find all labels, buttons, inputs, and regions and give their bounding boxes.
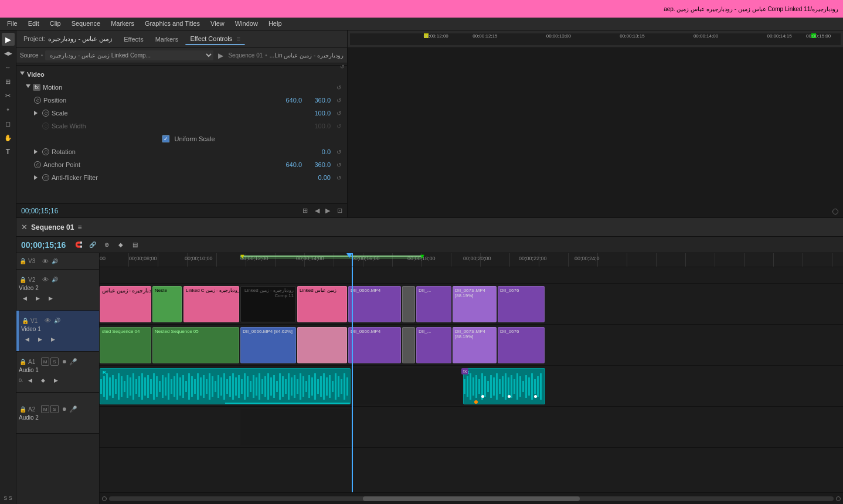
v1-lock-btn[interactable]: 🔒 xyxy=(21,316,29,325)
v2-audio-btn[interactable]: 🔊 xyxy=(50,275,59,284)
v1-clip-gray2[interactable] xyxy=(402,327,415,363)
motion-collapse-icon[interactable] xyxy=(26,84,30,90)
a1-solo-btn[interactable]: S xyxy=(50,357,59,366)
v2-clip-aep[interactable]: رودبارجیره - زمین عباس.aep xyxy=(100,286,151,322)
a1-chevron-right[interactable]: ▶ xyxy=(50,374,62,386)
antiflicker-stopwatch-icon[interactable]: ⏱ xyxy=(42,174,49,181)
v2-chevron-right[interactable]: ▶ xyxy=(45,292,56,304)
tab-markers[interactable]: Markers xyxy=(151,34,183,45)
v2-clip-black[interactable]: رودبارجیره - زمین Linked Comp 11 xyxy=(240,286,296,322)
rotation-reset-btn[interactable]: ↺ xyxy=(334,147,344,156)
a1-chevron-left[interactable]: ◀ xyxy=(25,374,36,386)
antiflicker-expand-icon[interactable] xyxy=(34,175,38,180)
a1-clip-main[interactable]: R xyxy=(100,368,351,404)
rotation-value[interactable]: 0.0 xyxy=(304,148,331,155)
position-y-value[interactable]: 360.0 xyxy=(304,97,331,104)
v1-chevron-right[interactable]: ▶ xyxy=(47,333,59,345)
tl-tool-add-edit[interactable]: ⊕ xyxy=(101,239,113,251)
scale-reset-btn[interactable]: ↺ xyxy=(334,108,344,118)
v2-clip-dji2[interactable]: DII_... xyxy=(416,286,451,322)
v3-audio-btn[interactable]: 🔊 xyxy=(50,257,59,265)
v1-clip-dji8[interactable]: DII_0676 xyxy=(498,327,545,363)
v1-clip-dji7[interactable]: DII_067S.MP4 [88.19%] xyxy=(453,327,497,363)
v1-play-btn[interactable]: ▶ xyxy=(34,333,46,345)
v3-lock-btn[interactable]: 🔒 xyxy=(19,257,27,265)
reset-all[interactable]: ↺ xyxy=(340,64,345,70)
position-reset-btn[interactable]: ↺ xyxy=(334,96,344,105)
a2-record-btn[interactable]: ⏺ xyxy=(60,405,68,413)
rotation-stopwatch-icon[interactable]: ⏱ xyxy=(42,148,49,155)
tl-tool-link[interactable]: 🔗 xyxy=(87,239,98,251)
ec-expand-btn[interactable]: ⊡ xyxy=(337,207,342,214)
anchor-stopwatch-icon[interactable]: ⏱ xyxy=(34,161,41,168)
tool-pen[interactable]: ◻ xyxy=(2,117,15,130)
anchor-y-value[interactable]: 360.0 xyxy=(304,161,331,168)
close-sequence-btn[interactable]: ✕ xyxy=(21,223,28,231)
menu-edit[interactable]: Edit xyxy=(23,19,44,28)
tl-tool-captions[interactable]: ▤ xyxy=(129,239,141,251)
tl-tool-marker[interactable]: ◆ xyxy=(115,239,127,251)
menu-view[interactable]: View xyxy=(206,19,229,28)
anchor-x-value[interactable]: 640.0 xyxy=(276,161,302,168)
v1-clip-dji6[interactable]: DII_... xyxy=(416,327,451,363)
scalewidth-reset-btn[interactable]: ↺ xyxy=(334,121,344,131)
tool-hand[interactable]: ✋ xyxy=(2,131,15,144)
v3-eye-btn[interactable]: 👁 xyxy=(41,257,49,265)
v1-clip-nested4[interactable]: sted Sequence 04 xyxy=(100,327,151,363)
ec-timecode-value[interactable]: 00;00;15;16 xyxy=(21,207,58,215)
a2-solo-btn[interactable]: S xyxy=(50,405,59,413)
scale-expand-icon[interactable] xyxy=(34,111,38,115)
tool-type[interactable]: T xyxy=(2,145,15,158)
v2-clip-neste[interactable]: Neste xyxy=(152,286,182,322)
v1-audio-btn[interactable]: 🔊 xyxy=(53,316,61,325)
v2-clip-dji1[interactable]: DII_0666.MP4 xyxy=(348,286,401,322)
v2-lock-btn[interactable]: 🔒 xyxy=(19,275,27,284)
tl-scroll-right-circle[interactable] xyxy=(836,496,841,501)
menu-clip[interactable]: Clip xyxy=(45,19,66,28)
a1-record-btn[interactable]: ⏺ xyxy=(60,357,68,366)
tl-scrollbar-thumb[interactable] xyxy=(363,496,580,501)
tool-select[interactable]: ▶ xyxy=(2,33,15,46)
v2-clip-pink2[interactable]: زمین عباس Linked xyxy=(297,286,347,322)
v2-chevron-left[interactable]: ◀ xyxy=(19,292,30,304)
timeline-ruler[interactable]: 00 00;00;08;00 00;00;10;00 00;00;12;00 0… xyxy=(100,253,843,267)
a1-clip-second[interactable]: R xyxy=(463,368,545,404)
position-stopwatch-icon[interactable]: ⏱ xyxy=(34,97,41,104)
a1-center-btn[interactable]: ◆ xyxy=(38,374,49,386)
tool-ripple[interactable]: ↔ xyxy=(2,61,15,74)
menu-file[interactable]: File xyxy=(2,19,22,28)
anchor-reset-btn[interactable]: ↺ xyxy=(334,160,344,169)
tool-razor[interactable]: ✂ xyxy=(2,89,15,102)
position-x-value[interactable]: 640.0 xyxy=(276,97,302,104)
menu-graphics[interactable]: Graphics and Titles xyxy=(140,19,205,28)
menu-help[interactable]: Help xyxy=(264,19,287,28)
a1-mic-btn[interactable]: 🎤 xyxy=(69,357,77,366)
v1-clip-nested5[interactable]: Nested Sequence 05 xyxy=(152,327,239,363)
menu-markers[interactable]: Markers xyxy=(106,19,139,28)
tab-project[interactable]: Project: زمین عباس - رودبارجیره xyxy=(19,33,117,45)
motion-section-header[interactable]: fx Motion ↺ xyxy=(16,81,347,94)
tl-tool-snap[interactable]: 🧲 xyxy=(73,239,84,251)
ec-filter-icon[interactable]: ⊞ xyxy=(302,207,308,214)
source-dropdown[interactable]: زمین عباس - رودبارجیره Linked Comp... xyxy=(45,50,213,60)
a2-mic-btn[interactable]: 🎤 xyxy=(69,405,77,413)
tool-track-select[interactable]: ◀▶ xyxy=(2,47,15,60)
a1-lock-btn[interactable]: 🔒 xyxy=(19,357,27,366)
v2-clip-dji4[interactable]: DII_0676 xyxy=(498,286,545,322)
rotation-expand-icon[interactable] xyxy=(34,149,38,154)
antiflicker-value[interactable]: 0.00 xyxy=(304,174,331,181)
v1-clip-dji-84[interactable]: DII_0666.MP4 [84.62%] xyxy=(240,327,296,363)
motion-reset-btn[interactable]: ↺ xyxy=(334,83,344,92)
timeline-timecode[interactable]: 00;00;15;16 xyxy=(21,240,66,250)
v2-play-btn[interactable]: ▶ xyxy=(32,292,43,304)
scale-stopwatch-icon[interactable]: ⏱ xyxy=(42,110,49,117)
tool-slip[interactable]: ⌖ xyxy=(2,103,15,116)
v1-clip-dji5[interactable]: DII_0666.MP4 xyxy=(348,327,401,363)
v1-eye-btn[interactable]: 👁 xyxy=(43,316,52,325)
in-point-marker[interactable]: ▼ xyxy=(239,253,246,260)
v1-chevron-left[interactable]: ◀ xyxy=(21,333,33,345)
sm-nav-circle[interactable] xyxy=(832,209,838,214)
ec-next-keyframe[interactable]: ▶ xyxy=(325,207,330,214)
antiflicker-reset-btn[interactable]: ↺ xyxy=(334,173,344,182)
sequence-menu-btn[interactable]: ≡ xyxy=(77,223,81,231)
